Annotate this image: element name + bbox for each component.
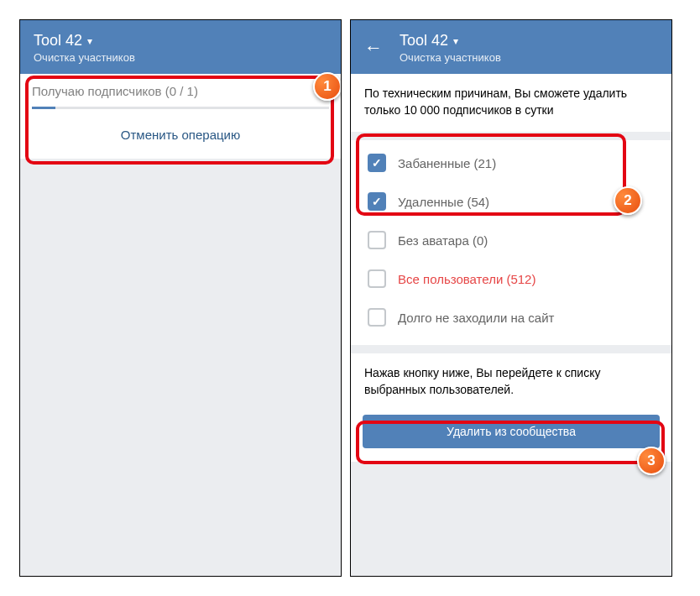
chevron-down-icon: ▾ (87, 35, 92, 47)
option-label: Удаленные (54) (398, 195, 489, 209)
button-wrap: Удалить из сообщества (351, 415, 671, 462)
loading-text: Получаю подписчиков (0 / 1) (20, 74, 341, 107)
app-title: Tool 42 (400, 32, 448, 50)
option-deleted[interactable]: Удаленные (54) (351, 182, 671, 221)
option-label: Забаненные (21) (398, 156, 496, 170)
option-label: Все пользователи (512) (398, 272, 535, 286)
phone-right: ← Tool 42 ▾ Очистка участников По технич… (350, 19, 672, 577)
chevron-down-icon: ▾ (453, 35, 458, 47)
progress-fill (32, 107, 55, 109)
info-text: По техническим причинам, Вы сможете удал… (351, 74, 671, 132)
cancel-button[interactable]: Отменить операцию (20, 112, 341, 159)
app-title: Tool 42 (34, 32, 82, 50)
title-row[interactable]: Tool 42 ▾ (34, 32, 135, 50)
header-subtitle: Очистка участников (400, 51, 501, 64)
option-noavatar[interactable]: Без аватара (0) (351, 221, 671, 259)
checkbox-inactive[interactable] (368, 308, 386, 327)
option-all[interactable]: Все пользователи (512) (351, 259, 671, 298)
hint-text: Нажав кнопку ниже, Вы перейдете к списку… (351, 353, 671, 415)
back-icon[interactable]: ← (364, 39, 383, 57)
header-subtitle: Очистка участников (34, 51, 135, 64)
option-banned[interactable]: Забаненные (21) (351, 144, 671, 182)
delete-button[interactable]: Удалить из сообщества (363, 415, 660, 448)
options-list: Забаненные (21) Удаленные (54) Без авата… (351, 140, 671, 345)
option-label: Без аватара (0) (398, 233, 488, 248)
header: ← Tool 42 ▾ Очистка участников (351, 20, 671, 74)
checkbox-noavatar[interactable] (368, 231, 386, 249)
checkbox-deleted[interactable] (368, 192, 386, 211)
option-label: Долго не заходили на сайт (398, 311, 554, 325)
header-text: Tool 42 ▾ Очистка участников (400, 32, 501, 64)
title-row[interactable]: Tool 42 ▾ (400, 32, 501, 50)
header: Tool 42 ▾ Очистка участников (20, 20, 341, 74)
progress-bar (32, 107, 329, 109)
loading-card: Получаю подписчиков (0 / 1) Отменить опе… (20, 74, 341, 159)
checkbox-all[interactable] (368, 269, 386, 288)
checkbox-banned[interactable] (368, 154, 386, 172)
phone-left: Tool 42 ▾ Очистка участников Получаю под… (19, 19, 342, 577)
option-inactive[interactable]: Долго не заходили на сайт (351, 298, 671, 337)
header-text: Tool 42 ▾ Очистка участников (34, 32, 135, 64)
